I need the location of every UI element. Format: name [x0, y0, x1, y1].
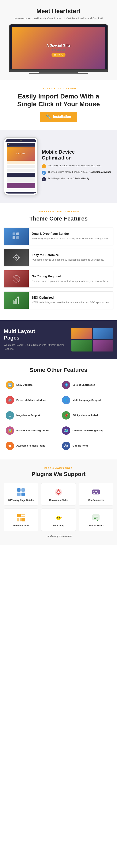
revolution-icon	[53, 487, 64, 497]
svg-point-35	[59, 517, 60, 518]
plugins-grid: WPBakery Page Builder Revolution Slider	[4, 483, 113, 531]
core-features-section: FOR EASY WEBSITE CREATION Theme Core Fea…	[0, 203, 117, 320]
feat-item-easy-updates: 🔄 Easy Updates	[4, 379, 57, 391]
svg-rect-26	[17, 514, 21, 517]
fontello-icon: ★	[6, 442, 14, 450]
svg-rect-18	[22, 488, 25, 492]
cf7-icon	[91, 513, 101, 523]
feat-item-parallax: 🖼️ Paralax Effect Backgrounds	[4, 425, 57, 437]
svg-rect-30	[20, 518, 21, 522]
mobile-feature-1: 1 Absolutely all scrollable sections sup…	[42, 164, 113, 168]
essential-grid-icon	[16, 513, 26, 523]
multi-img-3	[71, 340, 92, 351]
feature-text-2: The theme uses Mobile Friendly sliders: …	[48, 170, 111, 174]
feature-img-drag	[4, 228, 29, 245]
feat-item-fontello: ★ Awesome Fontello Icons	[4, 440, 57, 452]
feature-row-drag: Drag & Drop Page Builder WPBakery Page B…	[4, 227, 113, 245]
feature-desc-customize: Awesome easy to use options will adjust …	[32, 258, 110, 262]
feature-row-customize: Easy to Customize Awesome easy to use op…	[4, 249, 113, 266]
parallax-label: Paralax Effect Backgrounds	[16, 429, 49, 432]
feature-body-drag: Drag & Drop Page Builder WPBakery Page B…	[32, 230, 113, 243]
feature-img-customize	[4, 249, 29, 266]
feature-desc-nocoding: No need to be a professional web develop…	[32, 279, 110, 283]
other-features-section: Some Other Features 🔄 Easy Updates 💠 Lot…	[0, 359, 117, 460]
multi-images	[71, 328, 113, 351]
woocommerce-label: WooCommerce	[87, 499, 104, 501]
svg-point-25	[97, 493, 99, 494]
svg-point-22	[57, 491, 60, 493]
feat-item-megamenu: ☰ Mega Menu Support	[4, 409, 57, 422]
feature-body-customize: Easy to Customize Awesome easy to use op…	[32, 251, 113, 264]
fontello-label: Awesome Fontello Icons	[16, 444, 45, 447]
svg-rect-17	[17, 488, 21, 492]
megamenu-label: Mega Menu Support	[16, 414, 40, 417]
parallax-icon: 🖼️	[6, 426, 14, 435]
mailchimp-icon	[53, 513, 64, 523]
feature-title-drag: Drag & Drop Page Builder	[32, 232, 110, 236]
svg-rect-14	[15, 299, 17, 304]
plugins-more: ... and many more others	[4, 535, 113, 537]
multi-img-1	[71, 328, 92, 339]
feat-item-multilang: 🌐 Multi Language Support	[60, 394, 113, 406]
admin-label: Powerful Admin Interface	[16, 399, 46, 402]
googlefonts-icon: Aa	[62, 442, 70, 450]
svg-rect-23	[92, 490, 100, 494]
feature-body-seo: SEO Optimized HTML code integrated into …	[32, 294, 113, 307]
feature-img-seo	[4, 291, 29, 309]
admin-icon: ⚙️	[6, 396, 14, 404]
googlefonts-label: Google Fonts	[73, 444, 88, 447]
hero-subtitle: An Awesome User-Friendly Combination of …	[4, 17, 113, 21]
easy-updates-icon: 🔄	[6, 381, 14, 389]
shortcodes-label: Lots of Shortcodes	[73, 383, 95, 386]
hero-section: Meet Heartstar! An Awesome User-Friendly…	[0, 0, 117, 80]
googlemap-label: Customizable Google Map	[73, 429, 104, 432]
mobile-feature-3: 3 Fully Responsive layout & Retina Ready	[42, 177, 113, 181]
svg-rect-15	[18, 297, 19, 304]
svg-point-5	[15, 257, 17, 258]
hero-title: Meet Heartstar!	[4, 8, 113, 14]
multilang-icon: 🌐	[62, 396, 70, 404]
feat-item-stickymenu: 📌 Sticky Menu Included	[60, 409, 113, 422]
feat-item-shortcodes: 💠 Lots of Shortcodes	[60, 379, 113, 391]
megamenu-icon: ☰	[6, 411, 14, 420]
mobile-heading: Mobile Device Optimization	[42, 149, 113, 161]
wpbakery-label: WPBakery Page Builder	[8, 499, 34, 501]
svg-rect-29	[17, 518, 19, 522]
one-click-section: ONE CLICK INSTALLATION Easily Import Dem…	[0, 80, 117, 130]
one-click-label: ONE CLICK INSTALLATION	[6, 88, 111, 90]
feature-desc-drag: WPBakery Page Builder offers amazing too…	[32, 237, 110, 241]
feat-item-googlefonts: Aa Google Fonts	[60, 440, 113, 452]
essential-grid-label: Essential Grid	[13, 524, 29, 527]
screen-button[interactable]: Shop Now	[51, 53, 66, 57]
multi-img-2	[93, 328, 113, 339]
screen-subtitle: Find Your Gift	[46, 48, 71, 52]
cf7-label: Contact Form 7	[87, 524, 104, 527]
plugin-woocommerce: WooCommerce	[79, 483, 113, 505]
install-button[interactable]: 🔧 Installation	[40, 112, 77, 122]
feature-text-3: Fully Responsive layout & Retina Ready	[48, 177, 89, 180]
svg-text:</>: </>	[15, 278, 19, 280]
svg-rect-20	[22, 493, 25, 496]
multi-text: Multi Layout Pages We create Several Uni…	[4, 328, 68, 351]
feature-title-customize: Easy to Customize	[32, 253, 110, 257]
svg-point-34	[57, 517, 58, 518]
svg-rect-13	[13, 301, 15, 304]
core-heading: Theme Core Features	[4, 215, 113, 222]
mailchimp-label: MailChimp	[53, 524, 65, 527]
plugin-wpbakery: WPBakery Page Builder	[4, 483, 38, 505]
feature-row-nocoding: </> No Coding Required No need to be a p…	[4, 270, 113, 288]
mobile-text: Mobile Device Optimization 1 Absolutely …	[42, 149, 113, 183]
svg-point-37	[61, 517, 62, 518]
feature-title-seo: SEO Optimized	[32, 296, 110, 300]
svg-rect-28	[22, 516, 25, 517]
multi-desc: We create Several Unique Demos with Diff…	[4, 343, 68, 351]
shortcodes-icon: 💠	[62, 381, 70, 389]
easy-updates-label: Easy Updates	[16, 383, 33, 386]
svg-point-16	[17, 297, 18, 298]
svg-rect-3	[16, 236, 19, 239]
features-grid: 🔄 Easy Updates 💠 Lots of Shortcodes ⚙️ P…	[4, 379, 113, 452]
core-label: FOR EASY WEBSITE CREATION	[4, 211, 113, 213]
feature-num-icon-3: 3	[42, 177, 46, 181]
svg-rect-0	[12, 232, 15, 235]
mobile-feature-2: 2 The theme uses Mobile Friendly sliders…	[42, 170, 113, 175]
